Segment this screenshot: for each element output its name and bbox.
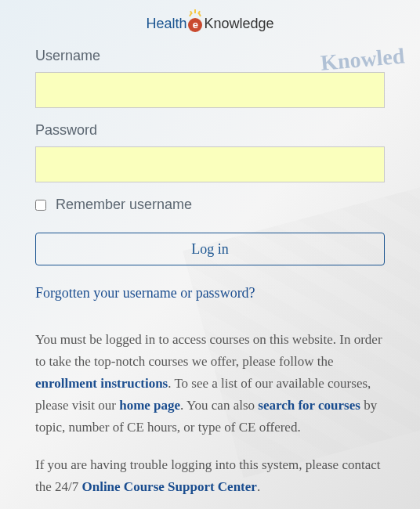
login-button[interactable]: Log in <box>35 233 385 265</box>
username-input[interactable] <box>35 72 385 108</box>
logo-text-knowledge: Knowledge <box>204 16 273 31</box>
remember-label: Remember username <box>56 197 192 213</box>
password-label: Password <box>35 122 385 139</box>
remember-checkbox[interactable] <box>35 200 46 211</box>
info-paragraph-2: If you are having trouble logging into t… <box>35 454 385 498</box>
sun-icon <box>189 9 201 17</box>
text-segment: . You can also <box>180 398 258 413</box>
remember-row: Remember username <box>35 197 385 213</box>
home-page-link[interactable]: home page <box>119 398 180 413</box>
logo-e-circle: e <box>188 18 202 32</box>
search-courses-link[interactable]: search for courses <box>258 398 360 413</box>
username-label: Username <box>35 48 385 64</box>
logo-e-wrapper: e <box>188 17 202 32</box>
text-segment: . <box>257 479 260 494</box>
support-center-link[interactable]: Online Course Support Center <box>82 479 257 494</box>
password-input[interactable] <box>35 146 385 182</box>
logo-text-health: Health <box>146 16 186 31</box>
site-logo: HealtheKnowledge <box>35 16 385 32</box>
forgot-password-link[interactable]: Forgotten your username or password? <box>35 285 385 301</box>
info-paragraph-1: You must be logged in to access courses … <box>35 329 385 439</box>
enrollment-instructions-link[interactable]: enrollment instructions <box>35 376 168 391</box>
text-segment: You must be logged in to access courses … <box>35 332 382 369</box>
login-container: HealtheKnowledge Username Password Remem… <box>0 0 420 509</box>
svg-rect-0 <box>194 9 196 13</box>
